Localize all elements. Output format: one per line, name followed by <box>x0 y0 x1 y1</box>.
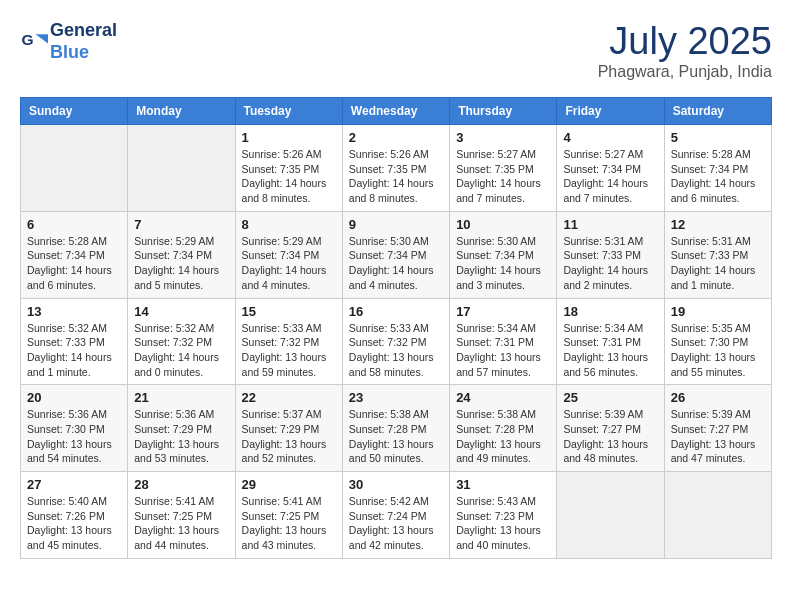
day-info: Sunrise: 5:26 AM Sunset: 7:35 PM Dayligh… <box>242 147 336 206</box>
day-info: Sunrise: 5:43 AM Sunset: 7:23 PM Dayligh… <box>456 494 550 553</box>
calendar-cell: 31Sunrise: 5:43 AM Sunset: 7:23 PM Dayli… <box>450 472 557 559</box>
day-info: Sunrise: 5:38 AM Sunset: 7:28 PM Dayligh… <box>456 407 550 466</box>
calendar-cell: 2Sunrise: 5:26 AM Sunset: 7:35 PM Daylig… <box>342 125 449 212</box>
day-number: 2 <box>349 130 443 145</box>
calendar-cell: 14Sunrise: 5:32 AM Sunset: 7:32 PM Dayli… <box>128 298 235 385</box>
day-info: Sunrise: 5:28 AM Sunset: 7:34 PM Dayligh… <box>27 234 121 293</box>
weekday-header-monday: Monday <box>128 98 235 125</box>
calendar-cell: 24Sunrise: 5:38 AM Sunset: 7:28 PM Dayli… <box>450 385 557 472</box>
calendar-cell <box>664 472 771 559</box>
day-info: Sunrise: 5:41 AM Sunset: 7:25 PM Dayligh… <box>134 494 228 553</box>
calendar-cell: 10Sunrise: 5:30 AM Sunset: 7:34 PM Dayli… <box>450 211 557 298</box>
calendar-table: SundayMondayTuesdayWednesdayThursdayFrid… <box>20 97 772 559</box>
calendar-cell: 20Sunrise: 5:36 AM Sunset: 7:30 PM Dayli… <box>21 385 128 472</box>
calendar-cell: 25Sunrise: 5:39 AM Sunset: 7:27 PM Dayli… <box>557 385 664 472</box>
day-number: 28 <box>134 477 228 492</box>
day-info: Sunrise: 5:32 AM Sunset: 7:32 PM Dayligh… <box>134 321 228 380</box>
calendar-cell: 3Sunrise: 5:27 AM Sunset: 7:35 PM Daylig… <box>450 125 557 212</box>
day-number: 6 <box>27 217 121 232</box>
day-info: Sunrise: 5:39 AM Sunset: 7:27 PM Dayligh… <box>563 407 657 466</box>
calendar-cell: 18Sunrise: 5:34 AM Sunset: 7:31 PM Dayli… <box>557 298 664 385</box>
day-number: 31 <box>456 477 550 492</box>
calendar-cell: 1Sunrise: 5:26 AM Sunset: 7:35 PM Daylig… <box>235 125 342 212</box>
day-info: Sunrise: 5:30 AM Sunset: 7:34 PM Dayligh… <box>349 234 443 293</box>
day-number: 11 <box>563 217 657 232</box>
day-info: Sunrise: 5:28 AM Sunset: 7:34 PM Dayligh… <box>671 147 765 206</box>
calendar-cell: 26Sunrise: 5:39 AM Sunset: 7:27 PM Dayli… <box>664 385 771 472</box>
day-info: Sunrise: 5:27 AM Sunset: 7:35 PM Dayligh… <box>456 147 550 206</box>
logo: G General Blue <box>20 20 117 63</box>
day-info: Sunrise: 5:37 AM Sunset: 7:29 PM Dayligh… <box>242 407 336 466</box>
day-number: 18 <box>563 304 657 319</box>
calendar-cell: 27Sunrise: 5:40 AM Sunset: 7:26 PM Dayli… <box>21 472 128 559</box>
calendar-week-1: 1Sunrise: 5:26 AM Sunset: 7:35 PM Daylig… <box>21 125 772 212</box>
calendar-cell <box>557 472 664 559</box>
calendar-cell: 19Sunrise: 5:35 AM Sunset: 7:30 PM Dayli… <box>664 298 771 385</box>
logo-line2: Blue <box>50 42 117 64</box>
page-header: G General Blue July 2025 Phagwara, Punja… <box>20 20 772 81</box>
weekday-header-friday: Friday <box>557 98 664 125</box>
weekday-header-thursday: Thursday <box>450 98 557 125</box>
day-info: Sunrise: 5:32 AM Sunset: 7:33 PM Dayligh… <box>27 321 121 380</box>
calendar-cell: 21Sunrise: 5:36 AM Sunset: 7:29 PM Dayli… <box>128 385 235 472</box>
day-number: 26 <box>671 390 765 405</box>
day-number: 29 <box>242 477 336 492</box>
day-number: 15 <box>242 304 336 319</box>
day-number: 8 <box>242 217 336 232</box>
day-number: 13 <box>27 304 121 319</box>
logo-line1: General <box>50 20 117 42</box>
calendar-cell: 29Sunrise: 5:41 AM Sunset: 7:25 PM Dayli… <box>235 472 342 559</box>
calendar-cell: 22Sunrise: 5:37 AM Sunset: 7:29 PM Dayli… <box>235 385 342 472</box>
day-number: 17 <box>456 304 550 319</box>
day-info: Sunrise: 5:31 AM Sunset: 7:33 PM Dayligh… <box>563 234 657 293</box>
calendar-cell: 4Sunrise: 5:27 AM Sunset: 7:34 PM Daylig… <box>557 125 664 212</box>
calendar-cell: 13Sunrise: 5:32 AM Sunset: 7:33 PM Dayli… <box>21 298 128 385</box>
day-number: 21 <box>134 390 228 405</box>
day-number: 7 <box>134 217 228 232</box>
day-info: Sunrise: 5:33 AM Sunset: 7:32 PM Dayligh… <box>242 321 336 380</box>
day-info: Sunrise: 5:42 AM Sunset: 7:24 PM Dayligh… <box>349 494 443 553</box>
calendar-cell: 28Sunrise: 5:41 AM Sunset: 7:25 PM Dayli… <box>128 472 235 559</box>
weekday-header-tuesday: Tuesday <box>235 98 342 125</box>
calendar-cell: 16Sunrise: 5:33 AM Sunset: 7:32 PM Dayli… <box>342 298 449 385</box>
day-number: 5 <box>671 130 765 145</box>
day-number: 4 <box>563 130 657 145</box>
calendar-cell: 9Sunrise: 5:30 AM Sunset: 7:34 PM Daylig… <box>342 211 449 298</box>
calendar-cell <box>128 125 235 212</box>
calendar-week-3: 13Sunrise: 5:32 AM Sunset: 7:33 PM Dayli… <box>21 298 772 385</box>
weekday-header-wednesday: Wednesday <box>342 98 449 125</box>
calendar-cell: 23Sunrise: 5:38 AM Sunset: 7:28 PM Dayli… <box>342 385 449 472</box>
calendar-cell: 7Sunrise: 5:29 AM Sunset: 7:34 PM Daylig… <box>128 211 235 298</box>
day-number: 23 <box>349 390 443 405</box>
day-info: Sunrise: 5:39 AM Sunset: 7:27 PM Dayligh… <box>671 407 765 466</box>
calendar-cell: 6Sunrise: 5:28 AM Sunset: 7:34 PM Daylig… <box>21 211 128 298</box>
day-number: 19 <box>671 304 765 319</box>
calendar-week-5: 27Sunrise: 5:40 AM Sunset: 7:26 PM Dayli… <box>21 472 772 559</box>
day-info: Sunrise: 5:31 AM Sunset: 7:33 PM Dayligh… <box>671 234 765 293</box>
day-info: Sunrise: 5:40 AM Sunset: 7:26 PM Dayligh… <box>27 494 121 553</box>
day-number: 1 <box>242 130 336 145</box>
calendar-week-4: 20Sunrise: 5:36 AM Sunset: 7:30 PM Dayli… <box>21 385 772 472</box>
location-title: Phagwara, Punjab, India <box>598 63 772 81</box>
day-number: 22 <box>242 390 336 405</box>
day-info: Sunrise: 5:38 AM Sunset: 7:28 PM Dayligh… <box>349 407 443 466</box>
day-number: 16 <box>349 304 443 319</box>
day-number: 9 <box>349 217 443 232</box>
day-number: 27 <box>27 477 121 492</box>
day-number: 10 <box>456 217 550 232</box>
day-number: 30 <box>349 477 443 492</box>
calendar-cell: 12Sunrise: 5:31 AM Sunset: 7:33 PM Dayli… <box>664 211 771 298</box>
day-info: Sunrise: 5:35 AM Sunset: 7:30 PM Dayligh… <box>671 321 765 380</box>
day-number: 14 <box>134 304 228 319</box>
calendar-cell: 11Sunrise: 5:31 AM Sunset: 7:33 PM Dayli… <box>557 211 664 298</box>
day-number: 25 <box>563 390 657 405</box>
calendar-cell: 17Sunrise: 5:34 AM Sunset: 7:31 PM Dayli… <box>450 298 557 385</box>
day-info: Sunrise: 5:34 AM Sunset: 7:31 PM Dayligh… <box>563 321 657 380</box>
day-info: Sunrise: 5:41 AM Sunset: 7:25 PM Dayligh… <box>242 494 336 553</box>
day-info: Sunrise: 5:29 AM Sunset: 7:34 PM Dayligh… <box>134 234 228 293</box>
day-info: Sunrise: 5:33 AM Sunset: 7:32 PM Dayligh… <box>349 321 443 380</box>
day-info: Sunrise: 5:30 AM Sunset: 7:34 PM Dayligh… <box>456 234 550 293</box>
logo-icon: G <box>20 28 48 56</box>
calendar-cell: 30Sunrise: 5:42 AM Sunset: 7:24 PM Dayli… <box>342 472 449 559</box>
calendar-body: 1Sunrise: 5:26 AM Sunset: 7:35 PM Daylig… <box>21 125 772 559</box>
